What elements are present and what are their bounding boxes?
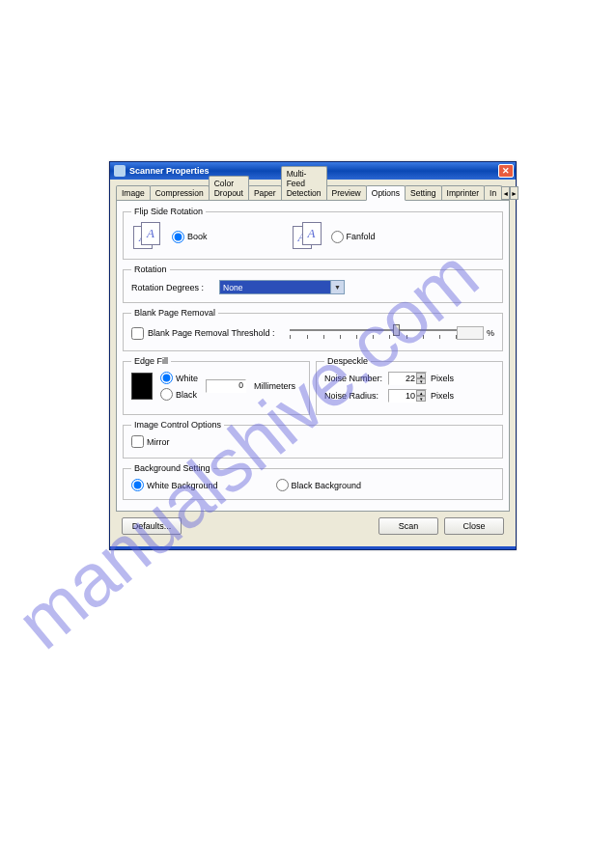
blank-threshold-slider[interactable] (290, 323, 457, 343)
noise-radius-unit: Pixels (431, 391, 454, 401)
chevron-down-icon[interactable]: ▼ (330, 281, 344, 293)
tab-options[interactable]: Options (366, 185, 406, 201)
fanfold-radio[interactable]: Fanfold (331, 231, 376, 243)
noise-number-input[interactable]: 22 ▴▾ (388, 372, 427, 385)
blank-legend: Blank Page Removal (131, 308, 218, 318)
imgctrl-legend: Image Control Options (131, 420, 224, 430)
image-control-group: Image Control Options Mirror (123, 420, 503, 459)
flip-side-rotation-group: Flip Side Rotation A A Book A A (123, 207, 503, 260)
book-radio[interactable]: Book (172, 231, 208, 243)
edgefill-legend: Edge Fill (131, 356, 171, 366)
scan-button[interactable]: Scan (378, 517, 438, 535)
noise-radius-label: Noise Radius: (324, 391, 384, 401)
tab-paper[interactable]: Paper (248, 185, 282, 200)
close-icon[interactable]: ✕ (498, 164, 514, 178)
mirror-checkbox[interactable]: Mirror (131, 435, 170, 448)
button-bar: Defaults... Scan Close (116, 512, 510, 541)
background-setting-group: Background Setting White Background Blac… (123, 463, 503, 500)
app-icon (114, 165, 126, 177)
tab-imprinter[interactable]: Imprinter (441, 185, 486, 200)
fanfold-thumbnail-icon: A A (291, 222, 323, 251)
rotation-legend: Rotation (131, 264, 170, 274)
blank-threshold-label: Blank Page Removal Threshold : (148, 328, 274, 338)
edge-white-radio[interactable]: White (160, 372, 198, 384)
tab-strip: Image Compression Color Dropout Paper Mu… (116, 183, 510, 201)
flip-legend: Flip Side Rotation (131, 207, 206, 216)
despeckle-legend: Despeckle (324, 356, 371, 366)
tab-color-dropout[interactable]: Color Dropout (209, 176, 249, 200)
edge-fill-group: Edge Fill White Black 0 Millimeters (123, 356, 310, 415)
tab-scroll-left[interactable]: ◄ (501, 186, 510, 200)
percent-label: % (487, 328, 494, 338)
rotation-select[interactable]: None ▼ (219, 280, 345, 294)
edge-fill-value[interactable]: 0 (206, 379, 246, 393)
edge-black-radio[interactable]: Black (160, 388, 198, 401)
tab-preview[interactable]: Preview (326, 185, 367, 200)
client-area: Image Compression Color Dropout Paper Mu… (110, 180, 516, 546)
bg-legend: Background Setting (131, 463, 213, 473)
rotation-label: Rotation Degrees : (131, 283, 204, 292)
edge-fill-unit: Millimeters (254, 381, 295, 391)
edge-fill-preview (131, 373, 153, 400)
blank-page-group: Blank Page Removal Blank Page Removal Th… (123, 308, 503, 351)
bg-white-radio[interactable]: White Background (131, 479, 218, 491)
noise-number-unit: Pixels (431, 374, 454, 383)
despeckle-group: Despeckle Noise Number: 22 ▴▾ Pixels Noi… (316, 356, 503, 415)
defaults-button[interactable]: Defaults... (122, 517, 182, 535)
options-panel: Flip Side Rotation A A Book A A (116, 201, 510, 512)
noise-number-label: Noise Number: (324, 374, 384, 383)
tab-multi-feed[interactable]: Multi-Feed Detection (281, 166, 327, 200)
bottom-accent-bar (110, 546, 516, 549)
noise-radius-input[interactable]: 10 ▴▾ (388, 389, 427, 403)
bg-black-radio[interactable]: Black Background (276, 479, 362, 491)
close-button[interactable]: Close (444, 517, 504, 535)
tab-overflow[interactable]: In (484, 185, 502, 200)
tab-setting[interactable]: Setting (405, 185, 441, 200)
scanner-properties-window: Scanner Properties ✕ Image Compression C… (109, 161, 517, 550)
rotation-group: Rotation Rotation Degrees : None ▼ (123, 264, 503, 303)
blank-threshold-value (457, 326, 484, 340)
tab-scroll-right[interactable]: ► (510, 186, 518, 200)
tab-image[interactable]: Image (116, 185, 151, 200)
book-thumbnail-icon: A A (131, 222, 164, 251)
tab-compression[interactable]: Compression (150, 185, 210, 200)
blank-threshold-checkbox[interactable] (131, 327, 144, 340)
